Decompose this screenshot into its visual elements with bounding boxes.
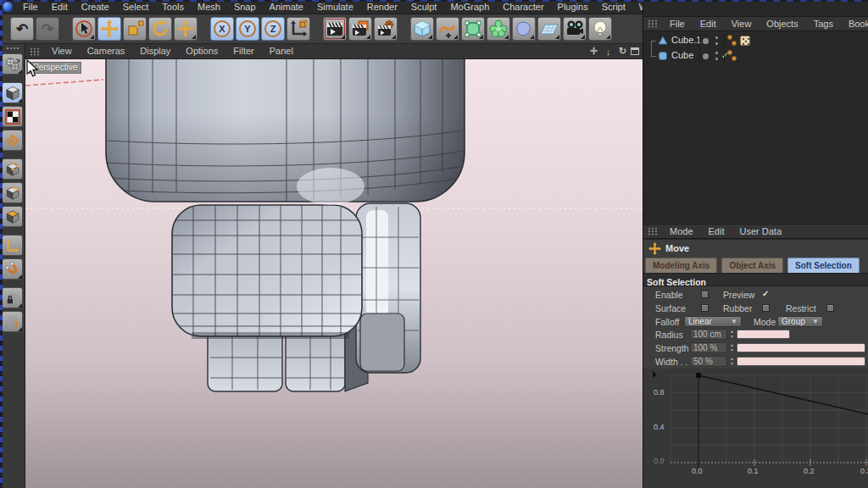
cube-primitive-button[interactable] — [410, 17, 434, 41]
vp-menu-panel[interactable]: Panel — [262, 44, 301, 58]
vp-menu-view[interactable]: View — [44, 44, 80, 58]
menu-plugins[interactable]: Plugins — [551, 0, 595, 14]
object-row-cube[interactable]: Cube ✓ — [643, 48, 868, 64]
z-axis-lock-button[interactable]: Z — [261, 17, 285, 41]
viewport-canvas[interactable]: Perspective — [25, 59, 643, 488]
surface-checkbox[interactable] — [701, 304, 709, 312]
selection-tag-icon[interactable] — [727, 50, 732, 55]
width-spinner[interactable]: ▲▼ — [729, 356, 735, 367]
viewport-grip[interactable] — [30, 47, 41, 56]
section-header[interactable]: Soft Selection — [643, 273, 868, 286]
scale-tool-button[interactable] — [123, 17, 147, 41]
vp-menu-display[interactable]: Display — [132, 44, 178, 58]
radius-spinner[interactable]: ▲▼ — [729, 329, 735, 340]
metaball-button[interactable] — [512, 17, 536, 41]
menu-mograph[interactable]: MoGraph — [443, 0, 496, 14]
menu-script[interactable]: Script — [595, 0, 632, 14]
selection-tag-icon[interactable] — [732, 41, 737, 46]
menu-snap[interactable]: Snap — [227, 0, 263, 14]
selection-tag-icon[interactable] — [727, 35, 732, 40]
floor-object-button[interactable] — [537, 17, 561, 41]
menu-sculpt[interactable]: Sculpt — [404, 0, 444, 14]
preview-checkmark[interactable]: ✓ — [762, 289, 769, 298]
viewport-dolly-icon[interactable]: ↓ — [602, 45, 615, 58]
om-menu-tags[interactable]: Tags — [806, 17, 841, 31]
am-menu-mode[interactable]: Mode — [662, 225, 701, 239]
workplane-snap-button[interactable] — [2, 311, 23, 332]
om-menu-objects[interactable]: Objects — [759, 17, 805, 31]
viewport-toggle-icon[interactable] — [631, 47, 639, 55]
enable-checkbox[interactable] — [701, 291, 709, 298]
rotate-tool-button[interactable] — [148, 17, 172, 41]
radius-field[interactable]: 100 cm — [690, 329, 727, 340]
radius-slider[interactable] — [737, 330, 790, 339]
om-menu-view[interactable]: View — [724, 17, 760, 31]
app-logo-icon[interactable] — [3, 2, 13, 12]
strength-spinner[interactable]: ▲▼ — [729, 342, 735, 353]
enable-axis-button[interactable] — [2, 235, 23, 256]
strength-slider[interactable] — [737, 343, 865, 352]
palette-grip[interactable] — [6, 47, 19, 51]
vp-menu-cameras[interactable]: Cameras — [80, 44, 133, 58]
render-visibility-dot-bottom[interactable] — [715, 58, 718, 60]
object-manager-grip[interactable] — [648, 19, 659, 28]
width-field[interactable]: 50 % — [690, 356, 727, 367]
menu-render[interactable]: Render — [360, 0, 404, 14]
undo-button[interactable]: ↶ — [10, 17, 34, 41]
snap-button[interactable] — [2, 258, 23, 280]
om-menu-file[interactable]: File — [662, 17, 693, 31]
falloff-dropdown[interactable]: ▼ Linear — [684, 316, 742, 327]
menu-edit[interactable]: Edit — [45, 0, 75, 14]
width-slider[interactable] — [737, 357, 865, 366]
selection-tag-icon[interactable] — [732, 56, 737, 61]
last-used-tool-button[interactable] — [174, 17, 198, 41]
vp-menu-filter[interactable]: Filter — [225, 44, 261, 58]
coordinate-system-button[interactable] — [287, 17, 310, 41]
array-generator-button[interactable] — [487, 17, 510, 41]
restrict-checkbox[interactable] — [826, 304, 834, 312]
vp-menu-options[interactable]: Options — [178, 44, 225, 58]
rubber-checkbox[interactable] — [762, 304, 770, 312]
move-tool-button[interactable] — [97, 17, 121, 41]
render-to-picture-viewer-button[interactable] — [348, 17, 372, 41]
texture-mode-button[interactable] — [2, 106, 23, 127]
tab-soft-selection[interactable]: Soft Selection — [787, 258, 860, 274]
y-axis-lock-button[interactable]: Y — [236, 17, 259, 41]
spline-pen-button[interactable] — [436, 17, 459, 41]
object-name[interactable]: Cube — [671, 50, 693, 60]
viewport-orbit-icon[interactable]: ↻ — [616, 45, 629, 58]
tab-modeling-axis[interactable]: Modeling Axis — [645, 258, 717, 274]
menu-select[interactable]: Select — [116, 0, 156, 14]
menu-file[interactable]: File — [16, 0, 45, 14]
polygons-mode-button[interactable] — [2, 206, 23, 227]
light-object-button[interactable] — [588, 17, 612, 41]
am-menu-userdata[interactable]: User Data — [732, 225, 790, 239]
points-mode-button[interactable] — [2, 158, 23, 180]
model-mode-button[interactable] — [2, 82, 23, 103]
redo-button[interactable]: ↷ — [36, 17, 59, 41]
editor-visibility-dot[interactable] — [703, 53, 709, 59]
om-menu-edit[interactable]: Edit — [693, 17, 724, 31]
menu-tools[interactable]: Tools — [155, 0, 191, 14]
workplane-mode-button[interactable] — [2, 130, 23, 151]
subdivision-surface-button[interactable] — [461, 17, 485, 41]
camera-object-button[interactable] — [563, 17, 587, 41]
render-view-button[interactable] — [323, 17, 347, 41]
lock-workplane-button[interactable] — [2, 287, 23, 308]
edit-render-settings-button[interactable] — [374, 17, 398, 41]
render-visibility-dot-top[interactable] — [715, 52, 718, 54]
tab-object-axis[interactable]: Object Axis — [721, 258, 783, 274]
phong-tag-icon[interactable] — [740, 36, 750, 46]
viewport-pan-icon[interactable]: ✛ — [587, 45, 600, 58]
falloff-curve-graph[interactable]: 0.8 0.4 0.0 0.0 0.1 0.2 0.3 — [643, 369, 868, 488]
am-menu-edit[interactable]: Edit — [701, 225, 732, 239]
x-axis-lock-button[interactable]: X — [210, 17, 234, 41]
render-visibility-dot-top[interactable] — [715, 36, 718, 39]
attribute-manager-grip[interactable] — [648, 227, 659, 236]
render-visibility-dot-bottom[interactable] — [715, 42, 718, 45]
live-selection-button[interactable] — [72, 17, 96, 41]
menu-character[interactable]: Character — [496, 0, 550, 14]
menu-create[interactable]: Create — [75, 0, 116, 14]
menu-mesh[interactable]: Mesh — [191, 0, 227, 14]
mode-dropdown[interactable]: ▼ Group — [777, 316, 823, 327]
